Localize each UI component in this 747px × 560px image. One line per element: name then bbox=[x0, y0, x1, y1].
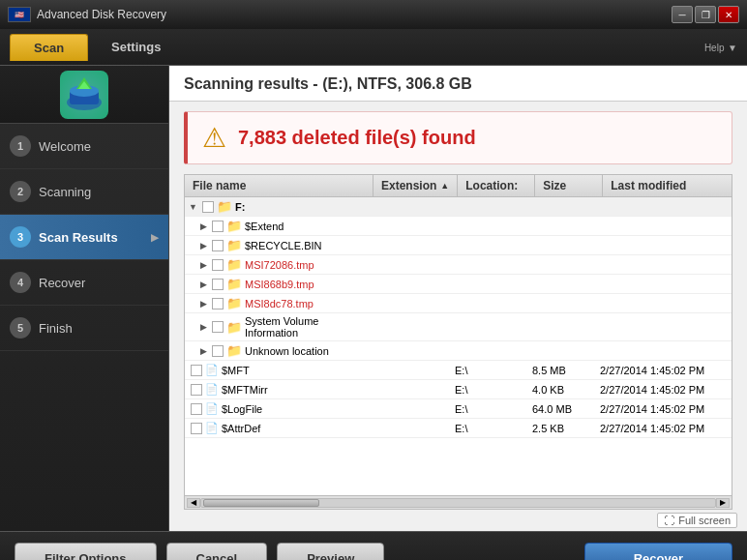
sidebar-label-welcome: Welcome bbox=[39, 139, 91, 154]
sidebar-label-recover: Recover bbox=[39, 276, 85, 290]
content-header: Scanning results - (E:), NTFS, 306.8 GB bbox=[169, 66, 747, 102]
checkbox[interactable] bbox=[191, 365, 202, 376]
checkbox[interactable] bbox=[202, 201, 214, 213]
col-location-header[interactable]: Location: bbox=[458, 175, 535, 196]
bottom-bar: Filter Options Cancel Preview Recover bbox=[0, 531, 747, 560]
step-num-scanning: 2 bbox=[10, 181, 31, 202]
logo-area bbox=[0, 66, 168, 124]
table-row[interactable]: ▶ 📁 System Volume Information HS bbox=[185, 313, 732, 341]
checkbox[interactable] bbox=[212, 321, 224, 333]
cell-filename: ▶ 📁 $RECYCLE.BIN bbox=[185, 236, 374, 254]
checkbox[interactable] bbox=[191, 403, 202, 415]
title-bar: 🇺🇸 Advanced Disk Recovery ─ ❐ ✕ bbox=[0, 0, 747, 29]
cell-filename: ▶ 📁 MSI8dc78.tmp bbox=[185, 294, 374, 312]
step-num-scan-results: 3 bbox=[10, 226, 31, 248]
alert-bar: ⚠ 7,883 deleted file(s) found bbox=[184, 111, 732, 164]
alert-text: 7,883 deleted file(s) found bbox=[238, 127, 476, 149]
fullscreen-button[interactable]: ⛶ Full screen bbox=[657, 513, 737, 528]
checkbox[interactable] bbox=[212, 259, 224, 271]
warning-icon: ⚠ bbox=[202, 122, 226, 154]
content-area: Scanning results - (E:), NTFS, 306.8 GB … bbox=[169, 66, 747, 531]
cell-filename: 📄 $MFTMirr bbox=[185, 381, 374, 398]
sidebar-item-welcome[interactable]: 1 Welcome bbox=[0, 124, 168, 169]
table-row[interactable]: ▶ 📁 MSI72086.tmp bbox=[185, 255, 732, 275]
checkbox[interactable] bbox=[212, 345, 224, 357]
table-row[interactable]: ▶ 📁 MSI8dc78.tmp bbox=[185, 294, 732, 313]
active-arrow: ▶ bbox=[151, 232, 159, 243]
fullscreen-icon: ⛶ bbox=[664, 515, 674, 526]
checkbox[interactable] bbox=[191, 423, 202, 434]
fullscreen-label: Full screen bbox=[678, 515, 731, 526]
sidebar-item-scan-results[interactable]: 3 Scan Results ▶ bbox=[0, 215, 168, 260]
table-body: ▼ 📁 F: ▶ 📁 bbox=[185, 197, 732, 495]
table-row[interactable]: ▶ 📁 $RECYCLE.BIN HS bbox=[185, 236, 732, 255]
table-row[interactable]: 📄 $AttrDef E:\ 2.5 KB 2/27/2014 1:45:02 … bbox=[185, 419, 732, 438]
fullscreen-bar: ⛶ Full screen bbox=[169, 510, 747, 531]
recover-button[interactable]: Recover bbox=[584, 543, 732, 561]
tab-scan[interactable]: Scan bbox=[10, 34, 88, 61]
checkbox[interactable] bbox=[191, 384, 202, 396]
main-content: 1 Welcome 2 Scanning 3 Scan Results ▶ 4 … bbox=[0, 66, 747, 531]
title-bar-left: 🇺🇸 Advanced Disk Recovery bbox=[8, 7, 166, 22]
checkbox[interactable] bbox=[212, 279, 224, 290]
file-table: File name Extension ▲ Location: Size Las… bbox=[184, 174, 732, 510]
sidebar-label-finish: Finish bbox=[39, 321, 73, 336]
cell-filename: ▶ 📁 MSI868b9.tmp bbox=[185, 275, 374, 293]
help-menu[interactable]: Help ▼ bbox=[704, 40, 737, 54]
sidebar-label-scan-results: Scan Results bbox=[39, 230, 118, 245]
col-modified-header[interactable]: Last modified bbox=[603, 175, 732, 196]
minimize-button[interactable]: ─ bbox=[672, 6, 693, 23]
table-row[interactable]: ▼ 📁 F: bbox=[185, 197, 732, 217]
table-header: File name Extension ▲ Location: Size Las… bbox=[185, 175, 732, 197]
flag-icon: 🇺🇸 bbox=[8, 7, 31, 22]
scrollbar-thumb[interactable] bbox=[203, 499, 319, 507]
table-row[interactable]: ▶ 📁 Unknown location bbox=[185, 341, 732, 361]
checkbox[interactable] bbox=[212, 240, 224, 251]
cell-filename: ▶ 📁 $Extend bbox=[185, 217, 374, 235]
cell-filename: ▶ 📁 Unknown location bbox=[185, 341, 374, 360]
scroll-left-button[interactable]: ◀ bbox=[187, 498, 200, 508]
cell-filename: ▼ 📁 F: bbox=[185, 197, 374, 216]
step-num-finish: 5 bbox=[10, 317, 31, 339]
col-filename-header[interactable]: File name bbox=[185, 175, 374, 196]
horizontal-scrollbar[interactable]: ◀ ▶ bbox=[185, 495, 732, 509]
close-button[interactable]: ✕ bbox=[718, 6, 739, 23]
filter-options-button[interactable]: Filter Options bbox=[15, 543, 157, 561]
sidebar-item-finish[interactable]: 5 Finish bbox=[0, 306, 168, 351]
table-row[interactable]: ▶ 📁 $Extend HS bbox=[185, 217, 732, 236]
scroll-right-button[interactable]: ▶ bbox=[716, 498, 730, 508]
preview-button[interactable]: Preview bbox=[277, 543, 384, 561]
checkbox[interactable] bbox=[212, 221, 224, 232]
step-num-recover: 4 bbox=[10, 272, 31, 293]
scrollbar-track[interactable] bbox=[200, 498, 716, 508]
table-row[interactable]: ▶ 📁 MSI868b9.tmp bbox=[185, 275, 732, 294]
sidebar-item-scanning[interactable]: 2 Scanning bbox=[0, 169, 168, 215]
sidebar-item-recover[interactable]: 4 Recover bbox=[0, 260, 168, 306]
cell-filename: 📄 $LogFile bbox=[185, 400, 374, 417]
sidebar-label-scanning: Scanning bbox=[39, 185, 91, 199]
table-row[interactable]: 📄 $MFTMirr E:\ 4.0 KB 2/27/2014 1:45:02 … bbox=[185, 380, 732, 399]
tab-settings[interactable]: Settings bbox=[88, 34, 184, 60]
col-ext-header[interactable]: Extension ▲ bbox=[374, 175, 458, 196]
checkbox[interactable] bbox=[212, 298, 224, 309]
toolbar: Scan Settings Help ▼ bbox=[0, 29, 747, 66]
table-row[interactable]: 📄 $LogFile E:\ 64.0 MB 2/27/2014 1:45:02… bbox=[185, 399, 732, 419]
app-logo bbox=[60, 71, 108, 119]
col-size-header[interactable]: Size bbox=[535, 175, 603, 196]
window-title: Advanced Disk Recovery bbox=[37, 8, 166, 21]
cell-filename: 📄 $AttrDef bbox=[185, 420, 374, 436]
title-bar-controls: ─ ❐ ✕ bbox=[672, 6, 739, 23]
cell-filename: 📄 $MFT bbox=[185, 362, 374, 378]
cell-filename: ▶ 📁 System Volume Information bbox=[185, 313, 374, 340]
restore-button[interactable]: ❐ bbox=[695, 6, 716, 23]
table-row[interactable]: 📄 $MFT E:\ 8.5 MB 2/27/2014 1:45:02 PM H… bbox=[185, 361, 732, 380]
left-buttons: Filter Options Cancel Preview bbox=[15, 543, 384, 561]
sidebar: 1 Welcome 2 Scanning 3 Scan Results ▶ 4 … bbox=[0, 66, 169, 531]
step-num-welcome: 1 bbox=[10, 135, 31, 157]
cancel-button[interactable]: Cancel bbox=[166, 543, 268, 561]
cell-filename: ▶ 📁 MSI72086.tmp bbox=[185, 255, 374, 274]
